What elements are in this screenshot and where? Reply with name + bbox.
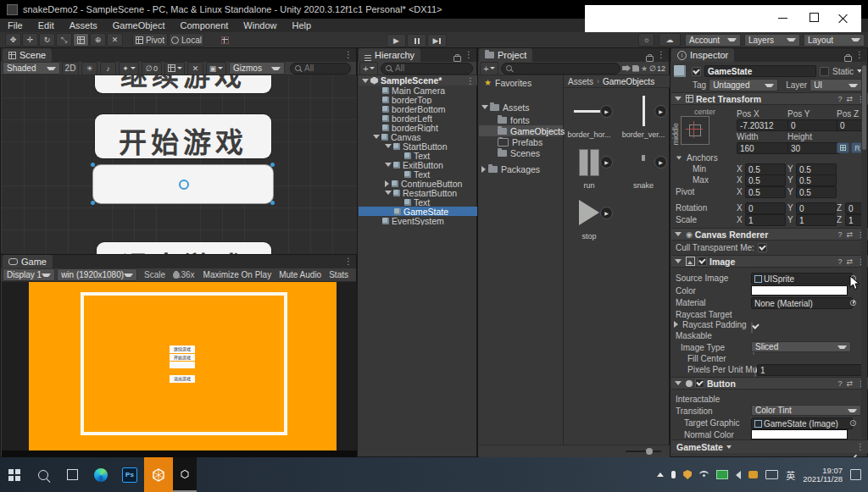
hand-tool-icon[interactable]: ✥ (5, 33, 21, 47)
menu-window[interactable]: Window (236, 20, 284, 30)
pivot-toggle[interactable]: Pivot (132, 33, 168, 47)
minimize-icon[interactable] (778, 18, 787, 19)
tab-hierarchy[interactable]: Hierarchy (359, 48, 420, 62)
rect-handle-icon[interactable] (91, 163, 95, 167)
menu-file[interactable]: File (0, 20, 31, 30)
anchor-min-x-field[interactable]: 0.5 (745, 163, 786, 175)
microphone-icon[interactable] (671, 471, 676, 478)
task-view-button[interactable] (58, 457, 86, 492)
asset-border-hor[interactable]: ▶ border_hor... (567, 94, 611, 139)
hidden-assets-toggle[interactable]: ∅12 (649, 64, 665, 73)
folder-fonts[interactable]: fonts (479, 114, 563, 125)
inspector-scrollbar[interactable] (861, 63, 867, 439)
tab-scene[interactable]: Scene (3, 48, 52, 62)
presets-icon[interactable]: ⇄ (846, 95, 853, 103)
presets-icon[interactable]: ⇄ (846, 230, 853, 239)
foldout-open-icon[interactable] (385, 191, 392, 195)
scale-tool-icon[interactable]: ⤡ (56, 33, 72, 47)
breadcrumb-gameobjects[interactable]: GameObjects (603, 77, 654, 86)
tab-game[interactable]: Game (3, 255, 53, 268)
2d-toggle[interactable]: 2D (62, 62, 79, 75)
asset-store-icon[interactable] (622, 65, 631, 72)
scene-fx-dropdown[interactable]: ✦ (119, 62, 139, 75)
close-icon[interactable] (838, 13, 848, 22)
hierarchy-row[interactable]: Canvas (359, 132, 477, 141)
rotation-y-field[interactable]: 0 (796, 202, 837, 214)
hierarchy-kebab-icon[interactable]: ⋮ (465, 50, 473, 59)
asset-border-ver[interactable]: ▶ border_ver... (621, 94, 665, 139)
rotate-tool-icon[interactable]: ↻ (39, 33, 55, 47)
rect-transform-header[interactable]: Rect Transform ?⇄⋮ (671, 92, 868, 105)
project-search-input[interactable] (515, 64, 615, 73)
account-dropdown[interactable]: Account (685, 34, 741, 47)
expand-subasset-icon[interactable]: ▶ (600, 207, 613, 219)
project-search[interactable] (501, 63, 620, 75)
anchor-max-y-field[interactable]: 0.5 (796, 174, 837, 186)
layout-dropdown[interactable]: Layout (804, 34, 865, 47)
unity-hub-task-button[interactable] (173, 457, 197, 492)
presets-icon[interactable]: ⇄ (846, 257, 853, 266)
asset-stop[interactable]: ▶ stop (567, 196, 611, 240)
active-checkbox[interactable] (692, 67, 701, 76)
start-button[interactable] (0, 457, 29, 492)
cloud-collab-icon[interactable]: ☁ (659, 33, 681, 47)
game-exit-button[interactable]: 退出游戏 (170, 375, 195, 383)
expand-subasset-icon[interactable]: ▶ (600, 105, 613, 118)
anchor-min-y-field[interactable]: 0.5 (796, 163, 837, 175)
breadcrumb-assets[interactable]: Assets (568, 77, 593, 86)
material-field[interactable]: None (Material) (751, 297, 853, 309)
keyboard-icon[interactable] (765, 470, 778, 479)
taskbar-search-button[interactable] (29, 457, 58, 492)
scale-y-field[interactable]: 1 (796, 214, 837, 226)
layers-dropdown[interactable]: Layers (744, 34, 800, 47)
custom-tool-icon[interactable]: ✕ (107, 33, 123, 47)
color-swatch[interactable] (751, 285, 848, 296)
move-tool-icon[interactable]: ✛ (22, 33, 38, 47)
rect-tool-icon[interactable] (73, 33, 89, 47)
raycast-padding-foldout-icon[interactable] (674, 321, 678, 328)
name-field[interactable]: GameState (704, 65, 816, 77)
notification-center-icon[interactable] (850, 469, 861, 480)
favorites-item[interactable]: ★ Favorites (479, 75, 563, 90)
scene-kebab-icon[interactable]: ⋮ (344, 50, 353, 59)
button-enabled-checkbox[interactable] (695, 379, 704, 388)
step-icon[interactable]: ▶ (427, 34, 447, 47)
foldout-open-icon[interactable] (675, 232, 682, 236)
gameobject-big-icon[interactable] (674, 65, 686, 77)
hierarchy-row[interactable]: RestartButton (359, 188, 477, 197)
help-icon[interactable]: ? (837, 95, 842, 103)
pos-x-field[interactable]: -7.20312 (737, 119, 789, 131)
rect-handle-icon[interactable] (91, 201, 95, 205)
maximize-icon[interactable] (810, 13, 819, 22)
foldout-open-icon[interactable] (385, 144, 392, 148)
hierarchy-row[interactable]: EventSystem (359, 216, 477, 225)
transition-dropdown[interactable]: Color Tint (751, 405, 861, 416)
cull-transparent-checkbox[interactable] (758, 243, 767, 252)
maximize-on-play-toggle[interactable]: Maximize On Play (203, 270, 272, 279)
menu-assets[interactable]: Assets (62, 20, 105, 30)
wifi-icon[interactable] (699, 471, 709, 478)
menu-help[interactable]: Help (284, 20, 319, 30)
rect-handle-icon[interactable] (270, 163, 275, 167)
hierarchy-row[interactable]: Text (359, 169, 477, 179)
tray-expand-icon[interactable] (657, 473, 664, 477)
unity-editor-task-button[interactable] (144, 457, 173, 492)
image-type-dropdown[interactable]: Sliced (751, 341, 851, 352)
pivot-handle-icon[interactable] (179, 180, 189, 190)
display-dropdown[interactable]: Display 1 (3, 268, 55, 281)
folder-gameobjects-selected[interactable]: GameObjects (479, 125, 563, 136)
menu-edit[interactable]: Edit (31, 20, 62, 30)
scene-row-kebab-icon[interactable]: ⋮ (466, 76, 475, 86)
layer-dropdown[interactable]: UI (810, 79, 862, 91)
game-gamestate-button[interactable] (170, 362, 195, 368)
rotation-x-field[interactable]: 0 (745, 202, 786, 214)
rect-handle-icon[interactable] (270, 201, 275, 205)
lock-icon[interactable] (646, 56, 654, 62)
scale-x-field[interactable]: 1 (745, 214, 786, 226)
object-picker-icon[interactable]: ⊙ (849, 298, 856, 307)
menu-gameobject[interactable]: GameObject (105, 20, 173, 30)
foldout-open-icon[interactable] (675, 381, 682, 385)
hierarchy-row[interactable]: ContinueButton (359, 179, 477, 188)
foldout-open-icon[interactable] (373, 135, 380, 139)
lock-icon[interactable] (453, 56, 461, 62)
